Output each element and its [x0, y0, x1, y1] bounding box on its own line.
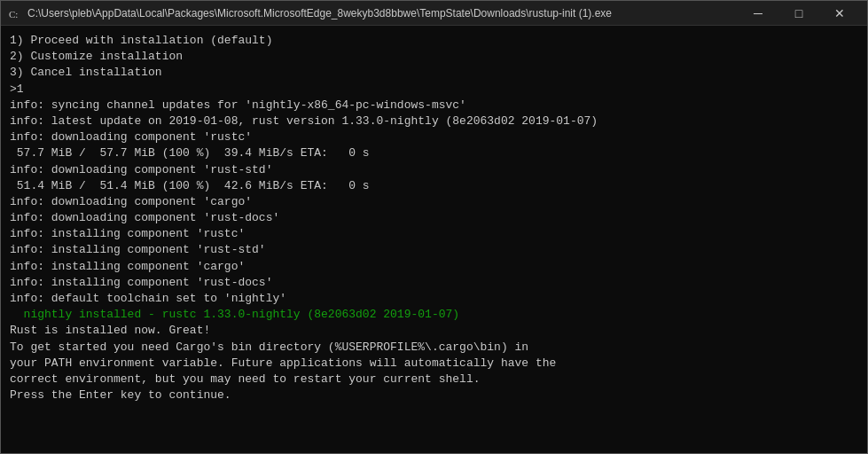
cmd-icon: C: [8, 6, 22, 20]
terminal-line: nightly installed - rustc 1.33.0-nightly… [10, 307, 858, 323]
close-button[interactable]: ✕ [819, 1, 860, 26]
window: C: C:\Users\pleb\AppData\Local\Packages\… [0, 0, 868, 454]
terminal-line: 3) Cancel installation [10, 65, 858, 81]
terminal-line: To get started you need Cargo's bin dire… [10, 340, 858, 356]
terminal-line: info: syncing channel updates for 'night… [10, 98, 858, 114]
terminal-line: info: installing component 'cargo' [10, 259, 858, 275]
title-bar-controls: ─ □ ✕ [738, 1, 860, 26]
terminal-line: info: latest update on 2019-01-08, rust … [10, 114, 858, 129]
terminal-line: info: default toolchain set to 'nightly' [10, 291, 858, 307]
terminal-line: info: installing component 'rustc' [10, 226, 858, 242]
terminal-line: 57.7 MiB / 57.7 MiB (100 %) 39.4 MiB/s E… [10, 145, 858, 161]
terminal-line: >1 [10, 82, 858, 98]
terminal-line: info: installing component 'rust-docs' [10, 275, 858, 291]
minimize-button[interactable]: ─ [738, 1, 778, 26]
title-bar: C: C:\Users\pleb\AppData\Local\Packages\… [1, 1, 867, 26]
terminal-line: 1) Proceed with installation (default) [10, 33, 858, 49]
terminal-line: Press the Enter key to continue. [10, 387, 858, 403]
terminal-line: 2) Customize installation [10, 49, 858, 65]
terminal-line: info: downloading component 'rust-std' [10, 162, 858, 178]
terminal-line: info: downloading component 'rustc' [10, 129, 858, 145]
maximize-button[interactable]: □ [778, 1, 819, 26]
terminal-line: 51.4 MiB / 51.4 MiB (100 %) 42.6 MiB/s E… [10, 178, 858, 194]
terminal-output: 1) Proceed with installation (default)2)… [1, 26, 867, 453]
terminal-line: info: installing component 'rust-std' [10, 242, 858, 258]
terminal-line: info: downloading component 'rust-docs' [10, 210, 858, 226]
terminal-line: your PATH environment variable. Future a… [10, 356, 858, 372]
terminal-line: info: downloading component 'cargo' [10, 194, 858, 210]
title-bar-path: C:\Users\pleb\AppData\Local\Packages\Mic… [27, 7, 731, 20]
terminal-line: Rust is installed now. Great! [10, 323, 858, 339]
terminal-line: correct environment, but you may need to… [10, 372, 858, 387]
svg-text:C:: C: [9, 9, 18, 20]
